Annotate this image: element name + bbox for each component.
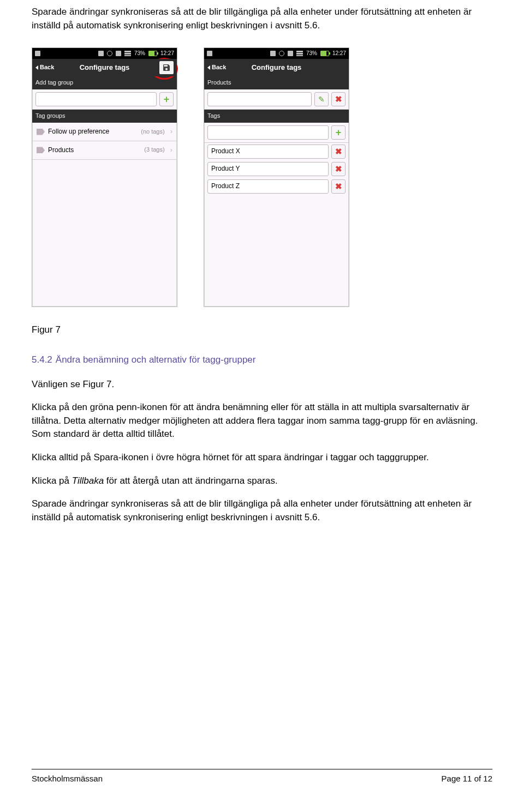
back-label: Back — [212, 63, 226, 72]
footer-right: Page 11 of 12 — [442, 773, 492, 785]
tag-item-name[interactable]: Product Z — [207, 179, 329, 194]
products-name-input[interactable] — [207, 92, 312, 106]
battery-percent: 73% — [306, 50, 317, 58]
footer-left: Stockholmsmässan — [32, 773, 103, 785]
save-button[interactable] — [159, 61, 174, 74]
add-tag-group-input[interactable] — [35, 92, 157, 106]
add-tag-group-row: + — [32, 89, 177, 110]
status-bar: 73% 12:27 — [32, 48, 177, 59]
section-number: 5.4.2 — [32, 354, 52, 365]
figure-caption: Figur 7 — [32, 323, 492, 337]
delete-tag-button[interactable]: ✖ — [331, 162, 346, 176]
body-paragraph: Klicka alltid på Spara-ikonen i övre hög… — [32, 451, 492, 465]
tag-group-meta: (no tags) — [141, 128, 164, 136]
text-span: för att återgå utan att ändringarna spar… — [104, 476, 277, 486]
notification-icon — [35, 51, 40, 56]
back-button[interactable]: Back — [35, 63, 54, 72]
clock: 12:27 — [332, 50, 346, 58]
delete-icon: ✖ — [335, 93, 342, 105]
chevron-right-icon: › — [170, 145, 172, 155]
page-footer: Stockholmsmässan Page 11 of 12 — [32, 769, 492, 785]
status-bar: 73% 12:27 — [204, 48, 349, 59]
plus-icon: + — [336, 128, 342, 137]
add-tag-row: + — [204, 123, 349, 143]
label-tag-groups: Tag groups — [32, 110, 177, 123]
delete-icon: ✖ — [335, 163, 342, 175]
back-label: Back — [40, 63, 54, 72]
products-header-row: ✎ ✖ — [204, 89, 349, 110]
tag-item-row: Product Y ✖ — [207, 162, 346, 176]
pencil-icon: ✎ — [318, 94, 325, 105]
battery-icon — [320, 51, 329, 56]
tag-item-row: Product X ✖ — [207, 145, 346, 159]
body-paragraph: Vänligen se Figur 7. — [32, 378, 492, 392]
signal-icon — [124, 51, 131, 56]
body-paragraph: Sparade ändringar synkroniseras så att d… — [32, 497, 492, 524]
add-tag-group-button[interactable]: + — [159, 92, 174, 106]
sync-icon — [279, 51, 284, 56]
usb-icon — [98, 51, 104, 56]
add-tag-button[interactable]: + — [331, 125, 346, 140]
tag-item-name[interactable]: Product X — [207, 145, 329, 159]
notification-icon — [207, 51, 212, 56]
title-bar: Back Configure tags — [32, 59, 177, 76]
clock: 12:27 — [160, 50, 174, 58]
phone-screenshots: 73% 12:27 Back Configure tags Add tag gr… — [32, 47, 492, 307]
tag-item-row: Product Z ✖ — [207, 179, 346, 194]
delete-group-button[interactable]: ✖ — [331, 92, 346, 106]
section-heading: 5.4.2Ändra benämning och alternativ för … — [32, 353, 492, 367]
title-bar: Back Configure tags — [204, 59, 349, 76]
phone-mockup-right: 73% 12:27 Back Configure tags Products ✎… — [204, 47, 349, 307]
wifi-icon — [288, 51, 293, 56]
body-paragraph: Klicka på Tillbaka för att återgå utan a… — [32, 474, 492, 488]
tag-item-name[interactable]: Product Y — [207, 162, 329, 176]
tag-group-meta: (3 tags) — [144, 146, 164, 154]
signal-icon — [296, 51, 303, 56]
delete-icon: ✖ — [335, 146, 342, 158]
delete-icon: ✖ — [335, 181, 342, 193]
battery-percent: 73% — [134, 50, 145, 58]
tag-group-row[interactable]: Follow up preference (no tags) › — [32, 123, 177, 141]
italic-text: Tillbaka — [72, 476, 104, 486]
usb-icon — [270, 51, 276, 56]
tag-group-name: Products — [48, 146, 74, 155]
delete-tag-button[interactable]: ✖ — [331, 179, 346, 194]
edit-group-button[interactable]: ✎ — [314, 92, 329, 106]
text-span: Klicka på — [32, 476, 72, 486]
tag-icon — [37, 147, 45, 153]
label-products: Products — [204, 76, 349, 89]
section-title-text: Ändra benämning och alternativ för tagg-… — [56, 354, 256, 365]
plus-icon: + — [164, 94, 170, 104]
wifi-icon — [116, 51, 121, 56]
chevron-right-icon: › — [170, 127, 172, 137]
label-add-tag-group: Add tag group — [32, 76, 177, 89]
tag-group-name: Follow up preference — [48, 127, 109, 136]
back-button[interactable]: Back — [207, 63, 226, 72]
save-icon — [162, 63, 171, 72]
tag-group-row[interactable]: Products (3 tags) › — [32, 141, 177, 160]
add-tag-input[interactable] — [207, 125, 329, 140]
tag-icon — [37, 129, 45, 135]
sync-icon — [107, 51, 112, 56]
battery-icon — [148, 51, 157, 56]
phone-mockup-left: 73% 12:27 Back Configure tags Add tag gr… — [32, 47, 177, 307]
label-tags: Tags — [204, 110, 349, 123]
intro-paragraph: Sparade ändringar synkroniseras så att d… — [32, 5, 492, 32]
delete-tag-button[interactable]: ✖ — [331, 145, 346, 159]
body-paragraph: Klicka på den gröna penn-ikonen för att … — [32, 401, 492, 441]
